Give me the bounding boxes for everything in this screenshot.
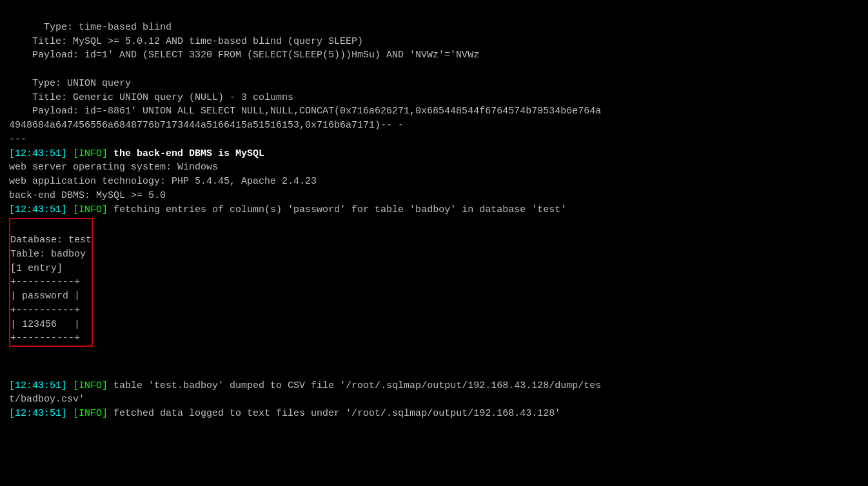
line-title-union: Title: Generic UNION query (NULL) - 3 co… <box>9 92 293 103</box>
line-payload-union2: 4948684a647456556a6848776b7173444a516641… <box>9 120 404 131</box>
box-entry-count: [1 entry] <box>10 263 63 274</box>
line-info-fetched: [12:43:51] [INFO] fetched data logged to… <box>9 408 560 419</box>
line-type-union: Type: UNION query <box>9 78 131 89</box>
line-info-mysql: [12:43:51] [INFO] the back-end DBMS is M… <box>9 148 264 159</box>
result-box: Database: test Table: badboy [1 entry] +… <box>9 218 93 347</box>
box-header: | password | <box>10 291 80 302</box>
line-web-tech: web application technology: PHP 5.4.45, … <box>9 176 317 187</box>
line-info-dump2: t/badboy.csv' <box>9 394 84 405</box>
box-database: Database: test <box>10 235 92 246</box>
line-payload-union1: Payload: id=-8861' UNION ALL SELECT NULL… <box>9 106 601 117</box>
line-separator: --- <box>9 134 26 145</box>
line-info-dump1: [12:43:51] [INFO] table 'test.badboy' du… <box>9 380 601 391</box>
line-info-fetch: [12:43:51] [INFO] fetching entries of co… <box>9 204 566 215</box>
box-divider-bottom: +----------+ <box>10 333 80 344</box>
line-payload-blind: Payload: id=1' AND (SELECT 3320 FROM (SE… <box>9 50 479 61</box>
box-value: | 123456 | <box>10 319 80 330</box>
terminal-output: Type: time-based blind Title: MySQL >= 5… <box>9 6 859 217</box>
line-web-os: web server operating system: Windows <box>9 162 218 173</box>
box-divider-mid: +----------+ <box>10 305 80 316</box>
line-type-blind: Type: time-based blind <box>21 22 172 33</box>
terminal-output-bottom: [12:43:51] [INFO] table 'test.badboy' du… <box>9 351 859 435</box>
line-title-blind: Title: MySQL >= 5.0.12 AND time-based bl… <box>9 36 363 47</box>
line-backend-dbms: back-end DBMS: MySQL >= 5.0 <box>9 190 166 201</box>
box-divider-top: +----------+ <box>10 277 80 287</box>
box-table: Table: badboy <box>10 249 86 260</box>
